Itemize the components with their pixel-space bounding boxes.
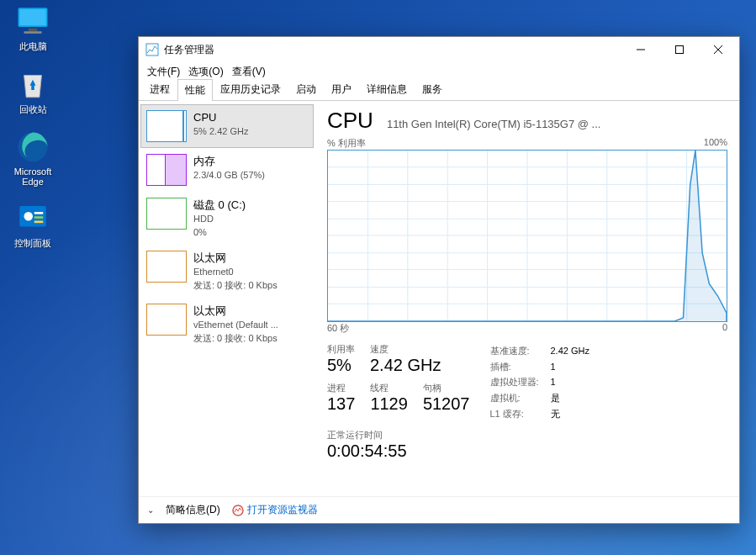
svg-point-6: [24, 212, 34, 221]
tab-performance[interactable]: 性能: [177, 79, 213, 101]
sidebar-title: 内存: [193, 154, 265, 169]
sidebar-title: 以太网: [193, 304, 278, 319]
edge-icon: [15, 130, 50, 165]
resource-monitor-icon: [232, 505, 244, 516]
content-area: CPU5% 2.42 GHz 内存2.3/4.0 GB (57%) 磁盘 0 (…: [139, 101, 739, 496]
sidebar-sub: vEthernet (Default ...: [193, 319, 278, 331]
proc-label: 进程: [327, 382, 355, 394]
sidebar-sub2: 发送: 0 接收: 0 Kbps: [193, 279, 278, 292]
monitor-icon: [15, 3, 50, 39]
sidebar-title: 磁盘 0 (C:): [193, 198, 246, 213]
sidebar-item-disk[interactable]: 磁盘 0 (C:)HDD0%: [140, 192, 314, 245]
svg-rect-2: [29, 29, 38, 32]
tab-details[interactable]: 详细信息: [359, 78, 415, 100]
speed-value: 2.42 GHz: [370, 356, 441, 375]
cpu-detail-panel: CPU 11th Gen Intel(R) Core(TM) i5-1135G7…: [315, 101, 739, 496]
cpu-meta: 基准速度:2.42 GHz 插槽:1 虚拟处理器:1 虚拟机:是 L1 缓存:无: [490, 343, 589, 461]
sockets-label: 插槽:: [490, 359, 551, 375]
sidebar-title: CPU: [193, 110, 248, 125]
desktop-icon-recycle-bin[interactable]: 回收站: [3, 66, 62, 116]
tabbar: 进程 性能 应用历史记录 启动 用户 详细信息 服务: [139, 81, 739, 101]
chart-bottom-right-label: 0: [722, 322, 727, 335]
svg-rect-10: [146, 44, 158, 56]
tab-services[interactable]: 服务: [415, 78, 450, 100]
fewer-details-button[interactable]: 简略信息(D): [166, 503, 220, 517]
desktop-icon-this-pc[interactable]: 此电脑: [3, 3, 62, 53]
speed-label: 速度: [370, 343, 441, 356]
hnd-value: 51207: [423, 394, 470, 414]
window-title: 任务管理器: [164, 43, 621, 57]
control-panel-icon: [15, 200, 50, 235]
sockets-value: 1: [551, 359, 556, 375]
util-value: 5%: [327, 356, 355, 375]
sidebar-sub2: 发送: 0 接收: 0 Kbps: [193, 332, 278, 345]
svg-rect-9: [34, 221, 44, 224]
hnd-label: 句柄: [423, 382, 470, 394]
sidebar-item-cpu[interactable]: CPU5% 2.42 GHz: [140, 104, 314, 148]
proc-value: 137: [327, 394, 355, 414]
cpu-stats: 利用率5% 速度2.42 GHz 进程137 线程1129 句柄51207 正常…: [327, 343, 727, 461]
sidebar-item-vethernet[interactable]: 以太网vEthernet (Default ...发送: 0 接收: 0 Kbp…: [140, 298, 314, 351]
thr-value: 1129: [370, 394, 408, 414]
sidebar-sub: Ethernet0: [193, 266, 278, 278]
desktop: 此电脑 回收站 Microsoft Edge 控制面板: [3, 3, 62, 250]
vproc-value: 1: [551, 374, 556, 390]
sidebar-sub: 2.3/4.0 GB (57%): [193, 169, 265, 182]
desktop-label: 此电脑: [19, 40, 47, 53]
tab-users[interactable]: 用户: [324, 78, 359, 100]
tab-startup[interactable]: 启动: [288, 78, 324, 100]
memory-thumb-icon: [146, 154, 187, 186]
svg-rect-1: [19, 9, 46, 25]
uptime-label: 正常运行时间: [327, 429, 470, 441]
task-manager-icon: [145, 43, 159, 56]
uptime-value: 0:00:54:55: [327, 441, 470, 461]
vproc-label: 虚拟处理器:: [490, 374, 551, 390]
minimize-button[interactable]: [621, 37, 660, 62]
desktop-label: Microsoft Edge: [3, 166, 62, 187]
chevron-down-icon[interactable]: ⌄: [147, 505, 154, 515]
util-label: 利用率: [327, 343, 355, 356]
sidebar-title: 以太网: [193, 251, 278, 266]
performance-sidebar: CPU5% 2.42 GHz 内存2.3/4.0 GB (57%) 磁盘 0 (…: [139, 101, 315, 496]
recycle-bin-icon: [15, 66, 50, 102]
cpu-heading: CPU: [327, 108, 373, 134]
svg-rect-12: [676, 46, 684, 54]
sidebar-sub: HDD: [193, 213, 246, 225]
cpu-thumb-icon: [146, 110, 187, 142]
ethernet-thumb-icon: [146, 251, 187, 283]
sidebar-sub2: 0%: [193, 226, 246, 239]
l1-value: 无: [551, 406, 560, 422]
footer: ⌄ 简略信息(D) 打开资源监视器: [139, 496, 739, 523]
vm-label: 虚拟机:: [490, 390, 551, 406]
sidebar-item-ethernet0[interactable]: 以太网Ethernet0发送: 0 接收: 0 Kbps: [140, 245, 314, 298]
sidebar-item-memory[interactable]: 内存2.3/4.0 GB (57%): [140, 148, 314, 192]
svg-rect-8: [34, 216, 44, 219]
vm-value: 是: [551, 390, 560, 406]
tab-app-history[interactable]: 应用历史记录: [213, 78, 288, 100]
tab-processes[interactable]: 进程: [142, 78, 177, 100]
desktop-label: 回收站: [19, 103, 47, 116]
task-manager-window: 任务管理器 文件(F) 选项(O) 查看(V) 进程 性能 应用历史记录 启动 …: [138, 36, 740, 524]
sidebar-sub: 5% 2.42 GHz: [193, 125, 248, 138]
desktop-label: 控制面板: [14, 237, 51, 250]
desktop-icon-control-panel[interactable]: 控制面板: [3, 200, 62, 250]
base-speed-label: 基准速度:: [490, 343, 551, 359]
disk-thumb-icon: [146, 198, 187, 230]
base-speed-value: 2.42 GHz: [551, 343, 589, 359]
chart-bottom-left-label: 60 秒: [327, 322, 349, 335]
thr-label: 线程: [370, 382, 408, 394]
cpu-model: 11th Gen Intel(R) Core(TM) i5-1135G7 @ .…: [387, 118, 601, 130]
svg-rect-3: [24, 31, 42, 34]
l1-label: L1 缓存:: [490, 406, 551, 422]
svg-rect-7: [34, 212, 44, 214]
cpu-usage-chart[interactable]: [327, 150, 727, 322]
ethernet-thumb-icon: [146, 304, 187, 336]
chart-top-left-label: % 利用率: [327, 137, 366, 150]
maximize-button[interactable]: [660, 37, 699, 62]
titlebar[interactable]: 任务管理器: [139, 37, 739, 62]
open-resource-monitor-link[interactable]: 打开资源监视器: [232, 503, 318, 517]
desktop-icon-edge[interactable]: Microsoft Edge: [3, 130, 62, 187]
close-button[interactable]: [699, 37, 737, 62]
chart-top-right-label: 100%: [704, 137, 727, 150]
